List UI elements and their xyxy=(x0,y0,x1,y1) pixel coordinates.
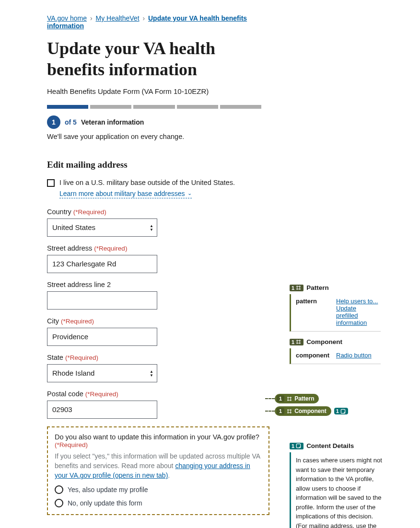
annotation-tag: 1 xyxy=(290,443,303,449)
step-number-circle: 1 xyxy=(47,115,60,129)
profile-question-hint: If you select "yes," this information wi… xyxy=(55,451,262,481)
profile-question-text: Do you also want to update this informat… xyxy=(55,433,262,448)
frame-icon xyxy=(296,285,301,290)
annotation-tag: 1 xyxy=(290,285,303,291)
state-label: State (*Required) xyxy=(47,354,261,361)
frame-icon xyxy=(296,339,301,344)
step-indicator: 1 of 5 Veteran information xyxy=(47,115,261,129)
breadcrumb-healthevet[interactable]: My HealtheVet xyxy=(95,14,139,22)
note-icon xyxy=(296,443,301,448)
chevron-down-icon: ⌄ xyxy=(187,190,192,196)
radio-yes[interactable] xyxy=(55,485,63,494)
annotation-pill-pattern: 1 Pattern xyxy=(275,394,319,403)
annotation-pattern-link[interactable]: Help users to... Update prefilled inform… xyxy=(336,298,378,326)
annotation-component-link[interactable]: Radio button xyxy=(336,352,372,359)
annotation-pattern: 1 Pattern pattern Help users to... Updat… xyxy=(290,284,381,332)
progress-bar xyxy=(47,105,261,109)
radio-no[interactable] xyxy=(55,499,63,507)
frame-icon xyxy=(287,409,292,414)
military-base-label: I live on a U.S. military base outside o… xyxy=(59,179,235,186)
city-input[interactable] xyxy=(47,328,157,346)
page-title: Update your VA health benefits informati… xyxy=(47,38,261,80)
connector-line xyxy=(265,411,275,412)
breadcrumb: VA.gov home › My HealtheVet › Update you… xyxy=(47,14,261,30)
autosave-text: We'll save your application on every cha… xyxy=(47,133,261,140)
state-select[interactable] xyxy=(47,364,157,382)
chevron-right-icon: › xyxy=(90,14,93,22)
profile-update-question-box: Do you also want to update this informat… xyxy=(47,426,269,515)
page-subtitle: Health Benefits Update Form (VA Form 10-… xyxy=(47,87,261,95)
annotation-tag: 1 xyxy=(290,339,303,345)
step-label: Veteran information xyxy=(81,118,144,126)
country-label: Country (*Required) xyxy=(47,208,261,216)
learn-more-toggle[interactable]: Learn more about military base addresses… xyxy=(59,190,192,198)
connector-line xyxy=(265,398,275,399)
chevron-right-icon: › xyxy=(142,14,145,22)
military-base-checkbox[interactable] xyxy=(47,179,55,187)
street2-input[interactable] xyxy=(47,291,157,310)
step-of-text: of 5 xyxy=(65,118,77,126)
postal-label: Postal code (*Required) xyxy=(47,390,261,398)
breadcrumb-home[interactable]: VA.gov home xyxy=(47,14,87,22)
postal-input[interactable] xyxy=(47,401,157,419)
annotation-pill-component: 1 Component 1 xyxy=(275,406,348,416)
note-icon xyxy=(340,409,346,414)
annotation-component: 1 Component component Radio button xyxy=(290,338,381,364)
radio-yes-label: Yes, also update my profile xyxy=(68,486,148,494)
street2-label: Street address line 2 xyxy=(47,281,261,288)
annotation-content-details: 1 Content Details In cases where users m… xyxy=(290,442,385,528)
street1-input[interactable] xyxy=(47,255,157,273)
radio-no-label: No, only update this form xyxy=(68,499,142,507)
country-select[interactable] xyxy=(47,218,157,237)
section-heading: Edit mailing address xyxy=(47,160,261,170)
city-label: City (*Required) xyxy=(47,317,261,325)
frame-icon xyxy=(287,396,292,402)
annotation-teal-tag: 1 xyxy=(334,408,348,414)
street1-label: Street address (*Required) xyxy=(47,244,261,252)
